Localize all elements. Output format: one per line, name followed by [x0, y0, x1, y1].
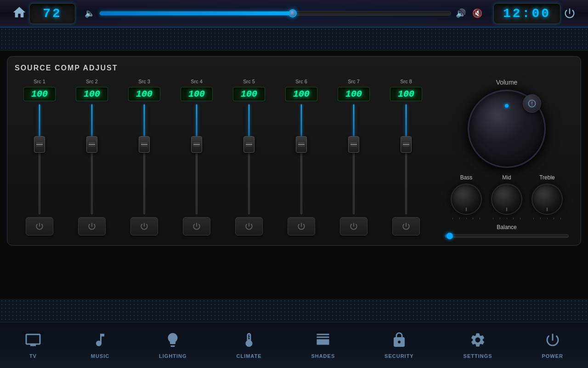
volume-low-icon: 🔈 — [85, 8, 95, 18]
fader-thumb-6[interactable] — [296, 136, 307, 153]
fader-thumb-line — [89, 144, 95, 145]
fader-channel-3: Src 3 100 — [119, 79, 169, 238]
nav-label-tv: TV — [29, 353, 37, 359]
fader-thumb-line — [298, 144, 305, 145]
mid-knob[interactable] — [491, 184, 522, 215]
fader-channel-6: Src 6 100 — [277, 79, 326, 238]
controls-section: Volume Bass — [440, 79, 573, 238]
treble-knob[interactable] — [531, 184, 563, 215]
bottom-nav: TV MUSIC LIGHTING CLIMATE SHADES SECURIT… — [0, 322, 588, 368]
balance-slider[interactable] — [445, 234, 569, 238]
fader-track-8[interactable] — [402, 104, 410, 214]
fader-label-5: Src 5 — [243, 79, 255, 84]
fader-thumb-2[interactable] — [86, 136, 97, 153]
fader-track-1[interactable] — [36, 104, 43, 214]
treble-tick — [547, 207, 548, 211]
fader-label-6: Src 6 — [295, 79, 307, 84]
fader-channel-4: Src 4 100 — [172, 79, 221, 238]
fader-track-6[interactable] — [298, 104, 305, 214]
home-button[interactable] — [9, 3, 29, 23]
volume-knob[interactable] — [288, 9, 297, 17]
channel-power-8[interactable] — [392, 217, 420, 236]
panel-title: SOURCE COMP ADJUST — [15, 64, 573, 72]
fader-display-5: 100 — [233, 87, 265, 101]
fader-display-7: 100 — [338, 87, 370, 101]
eq-knobs-row: Bass Mid — [440, 174, 573, 219]
bass-label: Bass — [460, 174, 473, 181]
fader-track-5[interactable] — [245, 104, 253, 214]
nav-item-climate[interactable]: CLIMATE — [229, 328, 269, 362]
treble-ticks — [531, 218, 563, 219]
fader-track-3[interactable] — [141, 104, 148, 214]
channel-power-2[interactable] — [78, 217, 106, 236]
fader-thumb-4[interactable] — [191, 136, 202, 153]
fader-track-bg-3 — [143, 104, 145, 214]
nav-item-security[interactable]: SECURITY — [377, 328, 421, 362]
volume-fill — [100, 12, 293, 15]
nav-item-power[interactable]: POWER — [534, 328, 571, 362]
mid-ticks — [491, 218, 522, 219]
fader-track-bg-5 — [248, 104, 250, 214]
fader-track-7[interactable] — [350, 104, 357, 214]
nav-item-tv[interactable]: TV — [17, 328, 49, 362]
power-button[interactable] — [560, 4, 579, 23]
fader-channel-1: Src 1 100 — [15, 79, 64, 238]
fader-thumb-1[interactable] — [34, 136, 45, 153]
fader-label-7: Src 7 — [348, 79, 360, 84]
mid-label: Mid — [502, 174, 511, 181]
fader-thumb-line — [193, 144, 200, 145]
channel-power-4[interactable] — [183, 217, 210, 236]
nav-label-climate: CLIMATE — [236, 353, 261, 359]
gear-icon — [469, 332, 486, 351]
bass-knob[interactable] — [451, 184, 482, 215]
fader-label-4: Src 4 — [191, 79, 203, 84]
fader-display-3: 100 — [128, 87, 160, 101]
nav-item-shades[interactable]: SHADES — [304, 328, 342, 362]
fader-display-8: 100 — [390, 87, 422, 101]
fader-thumb-line — [351, 144, 357, 145]
texture-band-top — [0, 28, 588, 51]
fader-track-bg-4 — [196, 104, 198, 214]
volume-slider[interactable] — [99, 11, 451, 16]
volume-label: Volume — [496, 79, 518, 86]
fader-label-8: Src 8 — [400, 79, 412, 84]
faders-section: Src 1 100 Src 2 100 — [15, 79, 431, 238]
music-icon — [92, 332, 108, 351]
fader-thumb-5[interactable] — [243, 136, 254, 153]
nav-label-shades: SHADES — [311, 353, 335, 359]
mid-section: Mid — [491, 174, 522, 219]
fader-track-bg-1 — [39, 104, 40, 214]
channel-power-7[interactable] — [340, 217, 368, 236]
fader-channel-8: Src 8 100 — [381, 79, 431, 238]
knob-indicator-dot — [505, 104, 509, 108]
fader-track-bg-6 — [300, 104, 302, 214]
clock-display: 12:00 — [493, 3, 560, 24]
fader-thumb-3[interactable] — [139, 136, 150, 153]
volume-high-icon: 🔊 — [456, 8, 466, 18]
nav-item-lighting[interactable]: LIGHTING — [152, 328, 194, 362]
fader-track-4[interactable] — [193, 104, 200, 214]
channel-power-1[interactable] — [26, 217, 53, 236]
nav-knob-button[interactable] — [523, 94, 541, 113]
mute-button[interactable]: 🔇 — [470, 6, 484, 20]
treble-section: Treble — [531, 174, 563, 219]
panel-content: Src 1 100 Src 2 100 — [15, 79, 573, 238]
fader-thumb-8[interactable] — [401, 136, 412, 153]
tv-icon — [25, 332, 41, 351]
fader-thumb-line — [141, 144, 147, 145]
home-icon — [12, 5, 27, 22]
bulb-icon — [164, 332, 181, 351]
shades-icon — [315, 332, 331, 351]
nav-item-music[interactable]: MUSIC — [84, 328, 117, 362]
channel-power-6[interactable] — [288, 217, 315, 236]
fader-label-3: Src 3 — [138, 79, 150, 84]
fader-thumb-7[interactable] — [348, 136, 359, 153]
channel-power-5[interactable] — [235, 217, 263, 236]
fader-track-2[interactable] — [88, 104, 96, 214]
fader-display-1: 100 — [23, 87, 56, 101]
balance-label: Balance — [445, 224, 569, 230]
nav-item-settings[interactable]: SETTINGS — [456, 328, 500, 362]
channel-power-3[interactable] — [130, 217, 158, 236]
fader-display-6: 100 — [285, 87, 317, 101]
nav-label-settings: SETTINGS — [464, 353, 492, 359]
